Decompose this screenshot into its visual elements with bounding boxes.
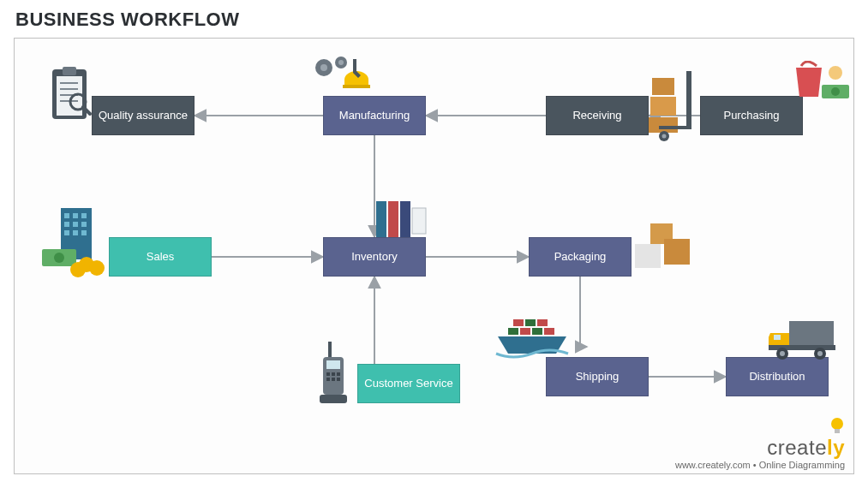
node-label: Shipping bbox=[576, 370, 620, 384]
node-quality-assurance[interactable]: Quality assurance bbox=[92, 96, 195, 135]
brand-part1: create bbox=[767, 436, 827, 459]
brand-logo: creately bbox=[675, 436, 845, 460]
node-label: Customer Service bbox=[364, 377, 452, 390]
node-packaging[interactable]: Packaging bbox=[529, 237, 632, 277]
node-customer-service[interactable]: Customer Service bbox=[357, 364, 460, 403]
node-label: Manufacturing bbox=[339, 109, 410, 122]
node-label: Inventory bbox=[351, 250, 397, 264]
node-label: Distribution bbox=[749, 370, 805, 384]
node-label: Sales bbox=[147, 250, 175, 264]
node-label: Packaging bbox=[554, 250, 607, 264]
brand-dot: • bbox=[751, 460, 759, 470]
node-shipping[interactable]: Shipping bbox=[546, 357, 649, 396]
diagram-canvas: Quality assurance Manufacturing Receivin… bbox=[14, 38, 854, 474]
branding-footer: creately www.creately.com • Online Diagr… bbox=[675, 417, 845, 470]
node-inventory[interactable]: Inventory bbox=[323, 237, 426, 277]
svg-rect-77 bbox=[835, 429, 840, 433]
brand-part2: ly bbox=[827, 436, 845, 459]
node-label: Receiving bbox=[572, 109, 621, 122]
node-sales[interactable]: Sales bbox=[109, 237, 212, 277]
node-label: Purchasing bbox=[723, 109, 779, 122]
node-purchasing[interactable]: Purchasing bbox=[700, 96, 803, 135]
brand-site: www.creately.com bbox=[675, 460, 751, 470]
node-receiving[interactable]: Receiving bbox=[546, 96, 649, 135]
node-manufacturing[interactable]: Manufacturing bbox=[323, 96, 426, 135]
brand-tagline: www.creately.com • Online Diagramming bbox=[675, 460, 845, 470]
node-label: Quality assurance bbox=[99, 109, 188, 122]
svg-point-76 bbox=[831, 418, 843, 430]
page-title: BUSINESS WORKFLOW bbox=[0, 0, 868, 38]
node-distribution[interactable]: Distribution bbox=[726, 357, 829, 396]
lightbulb-icon bbox=[829, 417, 845, 436]
brand-desc: Online Diagramming bbox=[759, 460, 845, 470]
